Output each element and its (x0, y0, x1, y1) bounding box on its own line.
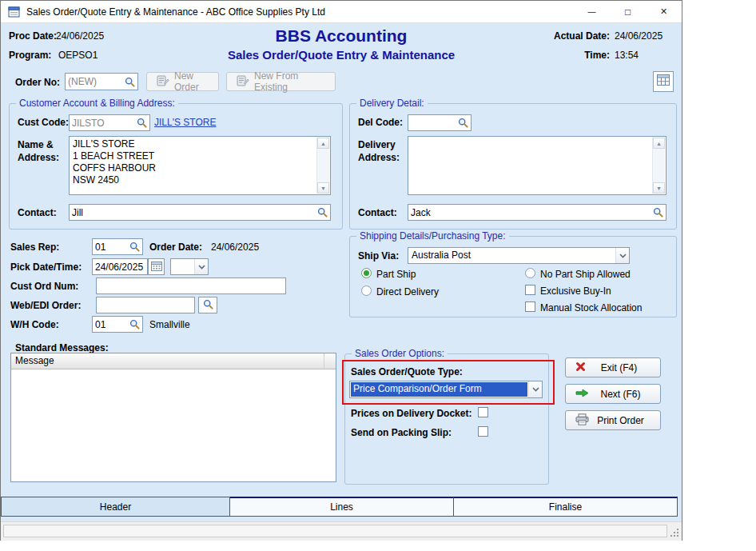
sales-rep-input[interactable] (93, 242, 127, 253)
pick-date-label: Pick Date/Time: (10, 262, 82, 273)
web-edi-input[interactable] (97, 300, 194, 311)
minimize-icon: — (588, 8, 596, 16)
customer-groupbox: Customer Account & Billing Address: Cust… (9, 103, 343, 230)
prices-on-delivery-docket-checkbox[interactable] (478, 407, 488, 417)
delivery-contact-field[interactable] (408, 204, 666, 221)
new-order-button[interactable]: New Order (146, 72, 219, 91)
scroll-up-icon[interactable]: ▲ (317, 138, 329, 149)
part-ship-label: Part Ship (376, 269, 416, 280)
tab-finalise-label: Finalise (549, 501, 582, 513)
header-stub (324, 353, 336, 369)
order-no-input[interactable] (66, 76, 122, 87)
billing-contact-field[interactable] (69, 204, 331, 221)
order-type-label: Sales Order/Quote Type: (351, 366, 463, 377)
exit-icon (575, 361, 586, 374)
order-no-field[interactable] (65, 73, 138, 90)
pick-time-combo[interactable] (170, 258, 209, 275)
grid-icon (657, 74, 670, 89)
time-label: Time: (547, 50, 610, 61)
delivery-contact-search-icon[interactable] (651, 205, 666, 220)
maximize-button[interactable]: □ (610, 1, 646, 22)
printer-icon (575, 413, 589, 428)
del-code-label: Del Code: (358, 117, 403, 128)
tab-finalise[interactable]: Finalise (454, 497, 678, 517)
customer-name-link[interactable]: JILL'S STORE (154, 117, 216, 128)
chevron-down-icon[interactable] (528, 381, 542, 397)
scroll-down-icon[interactable]: ▼ (317, 182, 329, 194)
search-icon (203, 298, 213, 313)
name-address-textarea[interactable]: JILL'S STORE 1 BEACH STREET COFFS HARBOU… (69, 136, 331, 195)
ship-via-combo[interactable]: Australia Post (408, 247, 630, 264)
delivery-contact-label: Contact: (358, 207, 397, 218)
close-icon: ✕ (660, 7, 667, 16)
delivery-groupbox: Delivery Detail: Del Code: Delivery Addr… (349, 103, 677, 230)
cust-code-input[interactable] (70, 118, 134, 129)
delivery-contact-input[interactable] (408, 207, 651, 218)
delivery-address-textarea[interactable]: ▲ ▼ (408, 136, 666, 195)
minimize-button[interactable]: — (574, 1, 610, 22)
window-controls: — □ ✕ (574, 1, 682, 22)
order-no-label: Order No: (15, 77, 60, 88)
actual-date-value: 24/06/2025 (615, 30, 662, 42)
shipping-group-title: Shipping Details/Purchasing Type: (356, 230, 509, 242)
manual-stock-allocation-checkbox[interactable] (525, 301, 535, 312)
send-on-packing-slip-checkbox[interactable] (478, 426, 488, 437)
sales-rep-label: Sales Rep: (10, 242, 59, 253)
sales-rep-search-icon[interactable] (127, 239, 142, 254)
tab-header[interactable]: Header (1, 497, 230, 517)
standard-messages-list[interactable]: Message (10, 353, 336, 482)
del-code-field[interactable] (408, 114, 472, 131)
print-order-button[interactable]: Print Order (565, 410, 661, 430)
cust-ord-num-field[interactable] (96, 277, 286, 294)
wh-code-search-icon[interactable] (127, 317, 142, 332)
cust-code-search-icon[interactable] (134, 115, 149, 130)
cust-code-label: Cust Code: (18, 117, 69, 128)
shipping-groupbox: Shipping Details/Purchasing Type: Ship V… (349, 236, 677, 317)
billing-contact-label: Contact: (18, 207, 57, 218)
wh-code-field[interactable] (92, 316, 143, 333)
close-button[interactable]: ✕ (646, 1, 682, 22)
cust-ord-num-input[interactable] (97, 281, 285, 292)
resize-grip[interactable] (669, 527, 679, 537)
del-code-search-icon[interactable] (456, 115, 471, 130)
del-code-input[interactable] (408, 118, 456, 129)
no-part-ship-radio[interactable] (525, 268, 535, 278)
web-edi-field[interactable] (96, 297, 195, 313)
bottom-tabbar: Header Lines Finalise (1, 497, 678, 517)
direct-delivery-radio[interactable] (361, 285, 372, 296)
scroll-down-icon[interactable]: ▼ (653, 182, 665, 194)
order-type-combo[interactable]: Price Comparison/Order Form (349, 381, 543, 398)
name-address-text: JILL'S STORE 1 BEACH STREET COFFS HARBOU… (73, 138, 314, 193)
next-button[interactable]: Next (F6) (565, 384, 661, 404)
billing-contact-search-icon[interactable] (315, 205, 330, 220)
tab-lines[interactable]: Lines (230, 497, 454, 517)
exclusive-buy-in-checkbox[interactable] (525, 285, 535, 295)
pick-date-input[interactable] (93, 262, 147, 273)
web-edi-search-button[interactable] (198, 297, 217, 313)
order-grid-button[interactable] (653, 71, 674, 92)
print-order-label: Print Order (589, 415, 660, 426)
part-ship-radio[interactable] (361, 268, 372, 278)
ship-via-value: Australia Post (408, 248, 615, 263)
sales-rep-field[interactable] (92, 238, 143, 255)
message-list-body[interactable] (11, 369, 336, 481)
status-panel (3, 525, 667, 537)
chevron-down-icon[interactable] (194, 259, 208, 274)
cust-code-field[interactable] (69, 114, 150, 131)
message-header-label: Message (11, 353, 324, 369)
billing-contact-input[interactable] (70, 207, 315, 218)
scroll-up-icon[interactable]: ▲ (653, 138, 665, 149)
pick-date-field[interactable] (92, 258, 148, 275)
exit-button[interactable]: Exit (F4) (565, 357, 661, 377)
delivery-address-label-2: Address: (358, 152, 400, 163)
order-date-label: Order Date: (149, 242, 202, 253)
wh-code-input[interactable] (93, 319, 127, 330)
order-no-search-icon[interactable] (122, 74, 137, 90)
pick-date-calendar-button[interactable] (148, 258, 165, 275)
exclusive-buy-in-label: Exclusive Buy-In (540, 285, 611, 297)
tab-lines-label: Lines (330, 501, 353, 513)
chevron-down-icon[interactable] (615, 248, 629, 263)
new-from-existing-button[interactable]: New From Existing (226, 72, 336, 91)
name-address-scrollbar[interactable]: ▲ ▼ (316, 138, 329, 194)
delivery-address-scrollbar[interactable]: ▲ ▼ (652, 138, 665, 194)
